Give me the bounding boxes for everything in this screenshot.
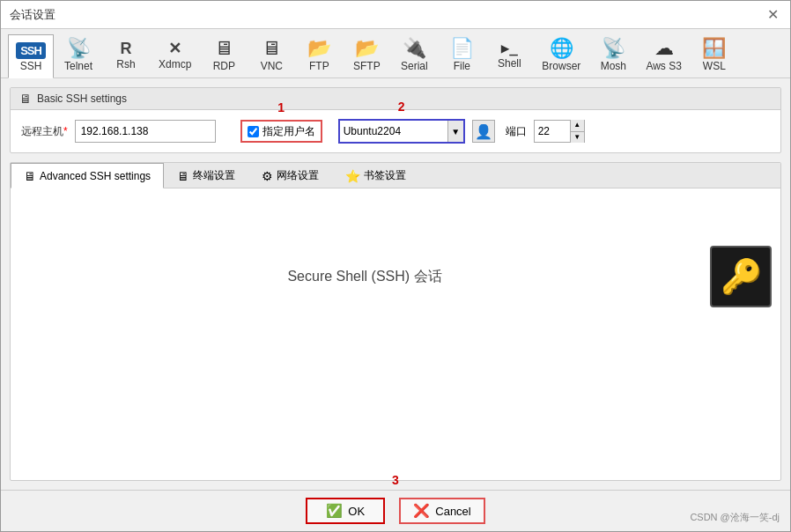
tab-xdmcp-label: Xdmcp xyxy=(159,58,191,70)
basic-ssh-panel: 🖥 Basic SSH settings 远程主机* 1 指定用户名 xyxy=(10,87,781,153)
network-tab-icon: ⚙ xyxy=(262,169,273,183)
main-content: 🖥 Basic SSH settings 远程主机* 1 指定用户名 xyxy=(1,78,790,490)
network-tab-label: 网络设置 xyxy=(277,168,319,183)
terminal-tab-icon: 🖥 xyxy=(177,169,189,183)
bookmark-tab-icon: ⭐ xyxy=(345,169,360,183)
vnc-icon: 🖥 xyxy=(262,39,281,58)
tab-browser[interactable]: 🌐 Browser xyxy=(534,34,588,78)
port-decrement-button[interactable]: ▼ xyxy=(570,132,584,144)
session-settings-dialog: 会话设置 ✕ SSH SSH 📡 Telnet R Rsh ✕ Xdmcp 🖥 … xyxy=(0,0,791,532)
key-icon: 🔑 xyxy=(721,257,762,296)
basic-ssh-body: 远程主机* 1 指定用户名 2 xyxy=(11,110,780,152)
tab-telnet-label: Telnet xyxy=(64,60,92,72)
telnet-icon: 📡 xyxy=(67,39,91,58)
sftp-icon: 📂 xyxy=(355,39,379,58)
tab-rsh[interactable]: R Rsh xyxy=(103,34,149,78)
title-bar: 会话设置 ✕ xyxy=(1,1,790,29)
tab-terminal-settings[interactable]: 🖥 终端设置 xyxy=(164,163,248,188)
terminal-tab-label: 终端设置 xyxy=(193,168,235,183)
host-input[interactable] xyxy=(75,120,216,143)
tab-sftp[interactable]: 📂 SFTP xyxy=(344,34,389,78)
ok-label: OK xyxy=(348,505,365,518)
cancel-label: Cancel xyxy=(435,505,470,518)
advanced-ssh-tab-label: Advanced SSH settings xyxy=(40,170,151,182)
tab-mosh[interactable]: 📡 Mosh xyxy=(590,34,636,78)
tab-awss3-label: Aws S3 xyxy=(646,60,681,72)
advanced-ssh-tab-icon: 🖥 xyxy=(24,169,36,183)
shell-icon: ▶_ xyxy=(501,41,518,55)
port-increment-button[interactable]: ▲ xyxy=(570,120,584,132)
advanced-panel: 🖥 Advanced SSH settings 🖥 终端设置 ⚙ 网络设置 ⭐ … xyxy=(10,162,781,481)
serial-icon: 🔌 xyxy=(403,39,426,58)
basic-ssh-header-icon: 🖥 xyxy=(19,92,32,106)
specify-username-checkbox-label[interactable]: 指定用户名 xyxy=(240,120,322,143)
person-icon: 👤 xyxy=(475,123,492,140)
host-label: 远程主机* xyxy=(21,124,68,139)
port-label: 端口 xyxy=(506,124,527,139)
tab-file[interactable]: 📄 File xyxy=(439,34,484,78)
tab-shell[interactable]: ▶_ Shell xyxy=(486,34,532,78)
tab-rsh-label: Rsh xyxy=(116,58,135,70)
ssh-icon: SSH xyxy=(16,39,46,58)
port-input-wrap: ▲ ▼ xyxy=(534,120,585,143)
protocol-tabs: SSH SSH 📡 Telnet R Rsh ✕ Xdmcp 🖥 RDP 🖥 V… xyxy=(1,29,790,78)
tab-serial-label: Serial xyxy=(401,60,428,72)
mosh-icon: 📡 xyxy=(602,39,625,58)
browser-icon: 🌐 xyxy=(550,39,573,58)
bottom-bar: 3 ✅ OK ❌ Cancel CSDN @沧海一笑-dj xyxy=(1,490,790,531)
username-input[interactable] xyxy=(340,121,446,142)
wsl-icon: 🪟 xyxy=(702,39,726,58)
tab-shell-label: Shell xyxy=(498,57,521,70)
tab-file-label: File xyxy=(454,60,470,72)
tab-ftp-label: FTP xyxy=(309,60,329,72)
tab-telnet[interactable]: 📡 Telnet xyxy=(55,34,101,78)
tab-serial[interactable]: 🔌 Serial xyxy=(391,34,437,78)
basic-settings-row: 远程主机* 1 指定用户名 2 xyxy=(21,119,770,144)
tab-rdp-label: RDP xyxy=(213,60,235,72)
tab-vnc[interactable]: 🖥 VNC xyxy=(248,34,294,78)
tab-vnc-label: VNC xyxy=(261,60,283,72)
lower-body: Secure Shell (SSH) 会话 🔑 xyxy=(11,188,780,365)
cancel-icon: ❌ xyxy=(413,503,430,519)
inner-tabs: 🖥 Advanced SSH settings 🖥 终端设置 ⚙ 网络设置 ⭐ … xyxy=(11,163,780,188)
tab-rdp[interactable]: 🖥 RDP xyxy=(201,34,247,78)
annotation-3: 3 xyxy=(392,473,399,487)
ok-icon: ✅ xyxy=(326,503,343,519)
tab-awss3[interactable]: ☁ Aws S3 xyxy=(638,34,689,78)
specify-username-checkbox[interactable] xyxy=(248,126,259,137)
tab-bookmark-settings[interactable]: ⭐ 书签设置 xyxy=(332,163,419,188)
tab-xdmcp[interactable]: ✕ Xdmcp xyxy=(151,34,199,78)
cancel-button[interactable]: ❌ Cancel xyxy=(399,498,484,524)
port-spinner: ▲ ▼ xyxy=(570,120,584,143)
tab-ssh[interactable]: SSH SSH xyxy=(8,34,54,78)
username-combo-wrap-outer: 2 ▼ xyxy=(338,119,465,144)
tab-wsl[interactable]: 🪟 WSL xyxy=(691,34,737,78)
port-input[interactable] xyxy=(535,121,570,142)
key-icon-box: 🔑 xyxy=(710,246,772,307)
specify-username-label: 指定用户名 xyxy=(262,124,315,139)
tab-network-settings[interactable]: ⚙ 网络设置 xyxy=(248,163,332,188)
ftp-icon: 📂 xyxy=(307,39,331,58)
user-manager-button[interactable]: 👤 xyxy=(472,120,495,143)
tab-sftp-label: SFTP xyxy=(353,60,381,72)
specify-user-wrap: 1 指定用户名 xyxy=(240,120,322,143)
tab-ssh-label: SSH xyxy=(20,60,42,72)
watermark: CSDN @沧海一笑-dj xyxy=(690,511,780,524)
ok-button[interactable]: ✅ OK xyxy=(306,498,385,524)
xdmcp-icon: ✕ xyxy=(168,41,181,56)
combo-dropdown-arrow[interactable]: ▼ xyxy=(447,121,463,142)
ssh-session-text: Secure Shell (SSH) 会话 xyxy=(287,268,441,286)
rsh-icon: R xyxy=(121,41,132,56)
required-star: * xyxy=(63,125,68,137)
file-icon: 📄 xyxy=(450,39,474,58)
basic-ssh-header: 🖥 Basic SSH settings xyxy=(11,88,780,110)
rdp-icon: 🖥 xyxy=(214,39,233,58)
close-button[interactable]: ✕ xyxy=(764,6,781,24)
username-combobox: ▼ xyxy=(338,119,465,144)
tab-advanced-ssh[interactable]: 🖥 Advanced SSH settings xyxy=(11,163,164,188)
tab-wsl-label: WSL xyxy=(703,60,726,72)
tab-ftp[interactable]: 📂 FTP xyxy=(296,34,342,78)
dialog-title: 会话设置 xyxy=(10,7,55,23)
tab-browser-label: Browser xyxy=(542,60,580,72)
tab-mosh-label: Mosh xyxy=(601,60,626,72)
